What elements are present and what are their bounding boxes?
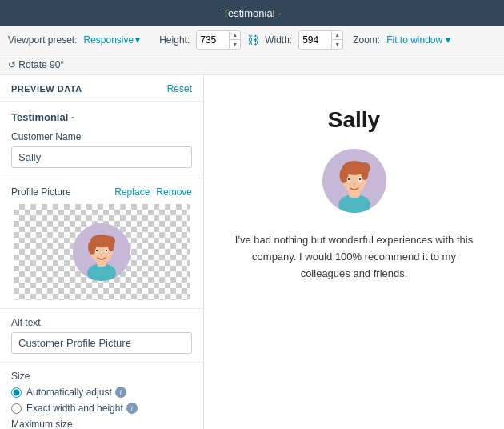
size-label: Size bbox=[11, 371, 192, 382]
rotate-button[interactable]: ↺ Rotate 90° bbox=[8, 59, 64, 70]
exact-size-label: Exact width and height i bbox=[26, 403, 138, 414]
svg-point-18 bbox=[339, 167, 348, 183]
form-section: Testimonial - Customer Name bbox=[0, 102, 203, 178]
left-panel: PREVIEW DATA Reset Testimonial - Custome… bbox=[0, 75, 204, 429]
width-input-wrap: ▲ ▼ bbox=[298, 30, 343, 50]
width-input[interactable] bbox=[299, 31, 331, 49]
testimonial-quote: I've had nothing but wonderful experienc… bbox=[228, 232, 480, 282]
avatar-svg bbox=[73, 223, 130, 281]
right-preview: Sally I've had nothing but wonderful exp… bbox=[204, 75, 504, 429]
profile-picture-label: Profile Picture bbox=[11, 186, 71, 198]
viewport-label: Viewport preset: bbox=[8, 34, 78, 46]
testimonial-name: Sally bbox=[328, 107, 380, 133]
width-down-button[interactable]: ▼ bbox=[332, 40, 342, 49]
svg-point-24 bbox=[358, 178, 361, 181]
width-spinner: ▲ ▼ bbox=[331, 31, 342, 49]
avatar-preview bbox=[73, 223, 130, 281]
chevron-down-icon: ▾ bbox=[446, 34, 450, 46]
svg-point-12 bbox=[101, 254, 103, 255]
exact-size-item: Exact width and height i bbox=[11, 403, 192, 414]
svg-point-11 bbox=[106, 250, 107, 251]
svg-point-23 bbox=[347, 178, 350, 181]
zoom-label: Zoom: bbox=[353, 34, 380, 46]
toolbar: Viewport preset: Responsive ▾ Height: ▲ … bbox=[0, 26, 504, 54]
height-input-wrap: ▲ ▼ bbox=[196, 30, 241, 50]
exact-size-radio[interactable] bbox=[11, 403, 22, 414]
rotate-row: ↺ Rotate 90° bbox=[0, 54, 504, 75]
auto-adjust-info-icon: i bbox=[115, 387, 126, 398]
alt-text-label: Alt text bbox=[11, 317, 192, 328]
alt-section: Alt text bbox=[0, 309, 203, 363]
auto-adjust-label: Automatically adjust i bbox=[26, 387, 126, 398]
height-label: Height: bbox=[159, 34, 190, 46]
size-radio-group: Automatically adjust i Exact width and h… bbox=[11, 387, 192, 414]
top-bar-title: Testimonial - bbox=[223, 7, 282, 19]
preview-data-title: PREVIEW DATA bbox=[11, 84, 82, 94]
picture-section: Profile Picture Replace Remove bbox=[0, 178, 203, 309]
width-up-button[interactable]: ▲ bbox=[332, 31, 342, 41]
svg-point-5 bbox=[88, 240, 96, 255]
svg-point-7 bbox=[106, 236, 115, 246]
reset-button[interactable]: Reset bbox=[167, 83, 192, 94]
height-down-button[interactable]: ▼ bbox=[230, 40, 240, 49]
preview-data-header: PREVIEW DATA Reset bbox=[0, 75, 203, 102]
picture-canvas bbox=[14, 204, 190, 300]
height-up-button[interactable]: ▲ bbox=[230, 31, 240, 41]
top-bar: Testimonial - bbox=[0, 0, 504, 26]
viewport-preset[interactable]: Responsive ▾ bbox=[84, 34, 141, 46]
max-size-label: Maximum size bbox=[11, 419, 192, 429]
svg-point-10 bbox=[96, 250, 98, 251]
height-input[interactable] bbox=[197, 31, 229, 49]
customer-name-input[interactable] bbox=[11, 146, 192, 168]
testimonial-avatar bbox=[322, 149, 386, 213]
chevron-down-icon: ▾ bbox=[135, 34, 140, 46]
testimonial-avatar-svg bbox=[322, 149, 386, 213]
svg-point-20 bbox=[359, 162, 370, 174]
height-spinner: ▲ ▼ bbox=[229, 31, 240, 49]
link-icon: ⛓ bbox=[247, 34, 258, 46]
replace-button[interactable]: Replace bbox=[114, 186, 150, 198]
picture-header: Profile Picture Replace Remove bbox=[11, 186, 192, 198]
remove-button[interactable]: Remove bbox=[156, 186, 192, 198]
alt-text-input[interactable] bbox=[11, 332, 192, 354]
width-label: Width: bbox=[265, 34, 292, 46]
auto-adjust-radio[interactable] bbox=[11, 387, 22, 398]
preset-button[interactable]: Responsive ▾ bbox=[84, 34, 141, 46]
exact-size-info-icon: i bbox=[126, 403, 138, 414]
zoom-select[interactable]: Fit to window ▾ bbox=[386, 34, 450, 46]
customer-name-label: Customer Name bbox=[11, 131, 192, 142]
main-layout: PREVIEW DATA Reset Testimonial - Custome… bbox=[0, 75, 504, 429]
picture-actions: Replace Remove bbox=[114, 186, 192, 198]
auto-adjust-item: Automatically adjust i bbox=[11, 387, 192, 398]
size-section: Size Automatically adjust i Exact width … bbox=[0, 363, 203, 429]
form-section-title: Testimonial - bbox=[11, 111, 192, 123]
svg-point-25 bbox=[353, 183, 355, 185]
